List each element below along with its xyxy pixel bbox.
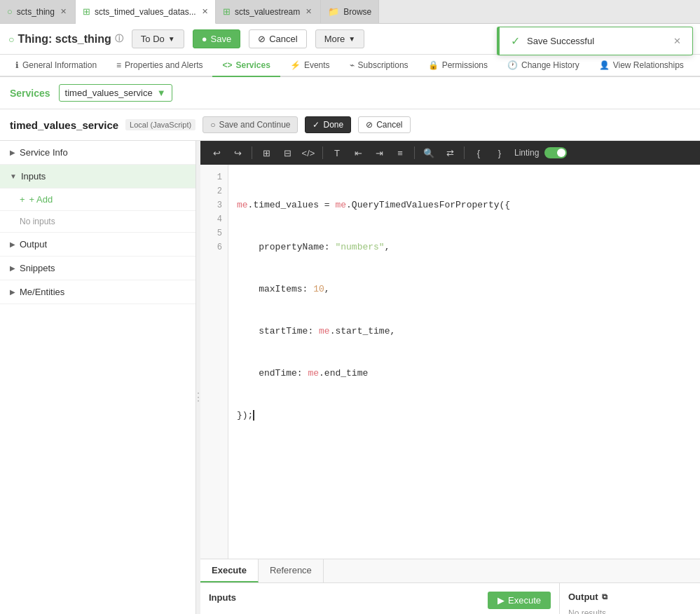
- me-entities-arrow: ▶: [10, 288, 15, 296]
- bottom-tab-reference[interactable]: Reference: [259, 559, 324, 582]
- tab-subscriptions[interactable]: ⌁ Subscriptions: [340, 55, 418, 77]
- list-button[interactable]: ≡: [391, 144, 409, 161]
- line-numbers: 1 2 3 4 5 6: [200, 165, 228, 559]
- sidebar-item-output[interactable]: ▶ Output: [0, 233, 195, 257]
- bracket-right-button[interactable]: }: [490, 144, 509, 161]
- tab-scts-thing[interactable]: ○ scts_thing ✕: [0, 0, 76, 23]
- execute-icon: ▶: [497, 595, 505, 606]
- bottom-tabs: Execute Reference: [200, 559, 700, 583]
- tab-browse-icon: 📁: [328, 6, 339, 17]
- tab-permissions[interactable]: 🔒 Permissions: [418, 55, 497, 77]
- toast-notification: ✓ Save Successful ✕: [497, 27, 693, 55]
- service-cancel-button[interactable]: ⊘ Cancel: [358, 116, 410, 133]
- execute-tab-label: Execute: [212, 565, 247, 575]
- tab-scts-valuestream-close[interactable]: ✕: [304, 7, 313, 16]
- me-entities-label: Me/Entities: [20, 287, 64, 297]
- tab-subscriptions-label: Subscriptions: [358, 60, 409, 70]
- sidebar-item-service-info[interactable]: ▶ Service Info: [0, 141, 195, 165]
- output-label: Output: [20, 239, 47, 250]
- inputs-header: Inputs ▶ Execute: [209, 592, 551, 609]
- bracket-left-button[interactable]: {: [469, 144, 488, 161]
- events-icon: ⚡: [290, 60, 301, 70]
- save-button[interactable]: ● Save: [193, 29, 241, 48]
- tab-scts-thing-close[interactable]: ✕: [59, 7, 68, 16]
- save-continue-icon: ○: [210, 120, 215, 130]
- service-selector[interactable]: timed_values_service ▼: [59, 84, 172, 102]
- tab-general-information[interactable]: ℹ General Information: [6, 55, 107, 77]
- todo-button[interactable]: To Do ▼: [132, 29, 184, 48]
- linting-toggle[interactable]: [544, 147, 567, 158]
- sidebar-item-inputs[interactable]: ▼ Inputs: [0, 165, 195, 189]
- more-button[interactable]: More ▼: [315, 29, 365, 48]
- code-editor[interactable]: 1 2 3 4 5 6 me.timed_values = me.QueryTi…: [200, 165, 700, 559]
- no-results-text: No results: [568, 608, 606, 614]
- tab-services[interactable]: <> Services: [212, 55, 280, 77]
- output-external-icon[interactable]: ⧉: [602, 592, 608, 601]
- code-content[interactable]: me.timed_values = me.QueryTimedValuesFor…: [228, 165, 700, 559]
- tab-browse-label: Browse: [343, 7, 371, 17]
- sidebar-item-me-entities[interactable]: ▶ Me/Entities: [0, 280, 195, 304]
- redo-button[interactable]: ↪: [228, 144, 247, 161]
- bottom-content: Inputs ▶ Execute No inputs Output ⧉ No r…: [200, 583, 700, 614]
- tab-scts-timed-values-close[interactable]: ✕: [200, 7, 210, 16]
- tab-scts-thing-label: scts_thing: [17, 7, 55, 17]
- output-arrow: ▶: [10, 240, 15, 248]
- service-info-label: Service Info: [20, 147, 68, 158]
- page-title: ○ Thing: scts_thing ⓘ: [8, 33, 123, 46]
- tab-properties-label: Properties and Alerts: [125, 60, 203, 70]
- bottom-panel: Execute Reference Inputs ▶ Execute No in…: [200, 559, 700, 614]
- toast-check-icon: ✓: [511, 34, 520, 48]
- cancel-button[interactable]: ⊘ Cancel: [249, 29, 306, 48]
- tab-events[interactable]: ⚡ Events: [280, 55, 340, 77]
- toast-close-button[interactable]: ✕: [673, 36, 681, 46]
- code-button[interactable]: </>: [299, 144, 317, 161]
- snippets-label: Snippets: [20, 263, 55, 273]
- tab-change-history[interactable]: 🕐 Change History: [497, 55, 589, 77]
- general-info-icon: ℹ: [15, 60, 19, 70]
- line-num-5: 5: [200, 226, 228, 240]
- sidebar-add-input[interactable]: + + Add: [0, 189, 195, 211]
- done-icon: ✓: [313, 120, 320, 130]
- tab-thing-icon: ○: [7, 6, 13, 17]
- save-continue-label: Save and Continue: [219, 120, 290, 130]
- execute-label: Execute: [508, 595, 541, 606]
- inputs-arrow: ▼: [10, 172, 17, 180]
- more-label: More: [324, 34, 345, 44]
- line-num-1: 1: [200, 170, 228, 184]
- services-header: Services timed_values_service ▼: [0, 77, 700, 109]
- tab-general-label: General Information: [22, 60, 97, 70]
- text-button[interactable]: T: [328, 144, 346, 161]
- tab-view-relationships[interactable]: 👤 View Relationships: [589, 55, 694, 77]
- undo-button[interactable]: ↩: [207, 144, 226, 161]
- expand-button[interactable]: ⊞: [257, 144, 275, 161]
- save-and-continue-button[interactable]: ○ Save and Continue: [203, 116, 298, 133]
- indent-right-button[interactable]: ⇥: [370, 144, 388, 161]
- execute-button[interactable]: ▶ Execute: [488, 592, 551, 609]
- tab-properties-alerts[interactable]: ≡ Properties and Alerts: [107, 55, 212, 77]
- tab-scts-valuestream[interactable]: ⊞ scts_valuestream ✕: [216, 0, 321, 23]
- info-icon[interactable]: ⓘ: [115, 33, 123, 45]
- properties-icon: ≡: [116, 60, 121, 70]
- inputs-section-title: Inputs: [209, 592, 236, 603]
- add-label: + Add: [29, 194, 53, 205]
- save-icon: ●: [202, 34, 207, 44]
- collapse-button[interactable]: ⊟: [278, 144, 296, 161]
- main-layout: ▶ Service Info ▼ Inputs + + Add No input…: [0, 141, 700, 614]
- code-line-1: me.timed_values = me.QueryTimedValuesFor…: [237, 198, 692, 212]
- page-title-text: Thing: scts_thing: [18, 33, 111, 46]
- replace-button[interactable]: ⇄: [441, 144, 459, 161]
- sidebar-item-snippets[interactable]: ▶ Snippets: [0, 257, 195, 280]
- tab-browse[interactable]: 📁 Browse: [321, 0, 379, 23]
- search-button[interactable]: 🔍: [420, 144, 438, 161]
- done-button[interactable]: ✓ Done: [305, 116, 351, 133]
- bottom-tab-execute[interactable]: Execute: [200, 559, 259, 582]
- tab-change-history-label: Change History: [521, 60, 579, 70]
- services-section-label: Services: [10, 88, 50, 99]
- add-icon: +: [20, 194, 25, 205]
- editor-toolbar: ↩ ↪ ⊞ ⊟ </> T ⇤ ⇥ ≡ 🔍 ⇄ { } Linting: [200, 141, 700, 165]
- indent-left-button[interactable]: ⇤: [349, 144, 367, 161]
- code-line-5: endTime: me.end_time: [237, 367, 692, 381]
- tab-scts-timed-values[interactable]: ⊞ scts_timed_values_datas... ✕: [76, 0, 216, 24]
- service-badge: Local (JavaScript): [125, 119, 195, 130]
- line-num-3: 3: [200, 198, 228, 212]
